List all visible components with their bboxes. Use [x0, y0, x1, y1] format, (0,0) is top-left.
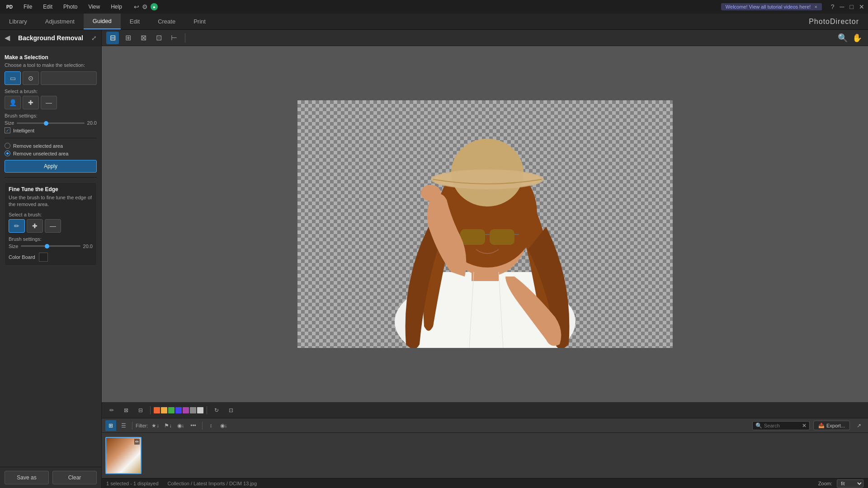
rotate-icon[interactable]: ↻	[210, 404, 223, 417]
brush-settings-label: Brush settings:	[5, 113, 97, 118]
menu-photo[interactable]: Photo	[61, 3, 80, 11]
menu-help[interactable]: Help	[108, 3, 125, 11]
color-gray[interactable]	[190, 407, 196, 413]
stamp-icon[interactable]: ⊟	[134, 404, 147, 417]
update-badge[interactable]: ●	[151, 3, 158, 10]
crop-icon[interactable]: ⊡	[225, 404, 237, 417]
remove-selected-radio-row[interactable]: Remove selected area	[5, 143, 97, 149]
fine-tune-brush-normal[interactable]: ✏	[9, 219, 25, 233]
toolbar-strip: ⊟ ⊞ ⊠ ⊡ ⊢ 🔍 ✋	[102, 30, 868, 46]
search-clear-icon[interactable]: ✕	[802, 422, 807, 429]
brush-add-tool[interactable]: ✚	[23, 96, 39, 109]
bottom-toolbar-icons: ⊞ ☰ Filter: ★↓ ⚑↓ ◉↓ ••• ↕ ◉↓ 🔍 ✕ 📤 Expo…	[102, 418, 868, 433]
view-grid-btn[interactable]: ⊠	[137, 32, 150, 44]
lasso-select-tool[interactable]: ⊙	[23, 71, 39, 85]
color-green[interactable]	[168, 407, 175, 413]
select-brush-label: Select a brush:	[5, 89, 97, 94]
notification-banner: Welcome! View all tutorial videos here! …	[721, 3, 822, 10]
brush-size-slider[interactable]	[17, 122, 84, 124]
color-light[interactable]	[197, 407, 203, 413]
menu-edit[interactable]: Edit	[40, 3, 55, 11]
panel-title: Background Removal	[18, 34, 83, 42]
zoom-select[interactable]: fit 25% 50% 100% 200%	[837, 479, 863, 488]
minimize-icon[interactable]: ─	[840, 3, 844, 10]
grid-view-btn[interactable]: ⊞	[105, 420, 116, 431]
view-single-btn[interactable]: ⊟	[106, 32, 119, 44]
color-blue[interactable]	[175, 407, 182, 413]
brush-size-label: Size	[5, 120, 14, 126]
search-input[interactable]	[764, 423, 800, 428]
help-icon[interactable]: ?	[831, 3, 835, 10]
nav-tabs: Library Adjustment Guided Edit Create Pr…	[0, 14, 868, 30]
brush-size-row: Size 20.0	[5, 120, 97, 126]
zoom-in-icon[interactable]: 🔍	[836, 32, 849, 44]
maximize-icon[interactable]: □	[850, 3, 854, 10]
fine-tune-size-label: Size	[9, 244, 18, 249]
clear-button[interactable]: Clear	[52, 471, 97, 484]
apply-button[interactable]: Apply	[5, 160, 97, 173]
remove-unselected-label: Remove unselected area	[13, 151, 68, 156]
thumbnail-item-1[interactable]: ✏	[105, 437, 142, 474]
close-icon[interactable]: ✕	[859, 3, 864, 10]
bf-sep-2	[207, 406, 207, 414]
intelligent-checkbox-row[interactable]: Intelligent	[5, 127, 97, 133]
fine-tune-size-value: 20.0	[83, 244, 93, 249]
brush-normal-tool[interactable]: 👤	[5, 96, 21, 109]
color-orange[interactable]	[161, 407, 167, 413]
remove-unselected-radio[interactable]	[5, 150, 10, 156]
panel-back-button[interactable]: ◀	[5, 33, 10, 42]
sort-btn[interactable]: ↕	[206, 420, 217, 431]
color-red[interactable]	[154, 407, 160, 413]
draw-icon[interactable]: ✏	[105, 404, 118, 417]
tab-print[interactable]: Print	[184, 14, 215, 29]
filter-color-btn[interactable]: ◉↓	[175, 420, 186, 431]
tab-adjustment[interactable]: Adjustment	[36, 14, 84, 29]
fine-tune-brush-add[interactable]: ✚	[27, 219, 43, 233]
fine-tune-size-handle[interactable]	[45, 244, 49, 249]
export-label: Export...	[826, 423, 845, 428]
erase-icon[interactable]: ⊠	[120, 404, 132, 417]
filter-label: Filter:	[136, 423, 148, 428]
svg-point-7	[431, 169, 544, 189]
color-board-swatch[interactable]	[39, 253, 48, 262]
search-box: 🔍 ✕	[752, 421, 810, 430]
menu-view[interactable]: View	[85, 3, 103, 11]
filter-more-btn[interactable]: •••	[188, 420, 199, 431]
canvas-area[interactable]	[102, 46, 868, 402]
brush-size-handle[interactable]	[44, 121, 48, 126]
view-compare-btn[interactable]: ⊞	[122, 32, 134, 44]
list-view-btn[interactable]: ☰	[118, 420, 129, 431]
svg-rect-9	[490, 229, 514, 245]
remove-selected-radio[interactable]	[5, 143, 10, 149]
menu-file[interactable]: File	[21, 3, 35, 11]
magic-select-tool[interactable]	[41, 71, 97, 85]
display-btn[interactable]: ◉↓	[218, 420, 229, 431]
share-icon[interactable]: ↗	[854, 420, 864, 431]
undo-icon[interactable]: ↩	[134, 3, 139, 10]
panel-export-button[interactable]: ⤢	[91, 34, 97, 42]
divider-1	[5, 138, 97, 138]
tab-guided[interactable]: Guided	[84, 14, 121, 29]
view-options-btn[interactable]: ⊢	[168, 32, 180, 44]
rectangle-select-tool[interactable]: ▭	[5, 71, 21, 85]
fine-tune-size-slider[interactable]	[21, 245, 80, 247]
tab-edit[interactable]: Edit	[121, 14, 149, 29]
view-split-btn[interactable]: ⊡	[152, 32, 165, 44]
save-as-button[interactable]: Save as	[5, 471, 49, 484]
intelligent-checkbox[interactable]	[5, 127, 10, 133]
brush-subtract-tool[interactable]: —	[41, 96, 57, 109]
fine-tune-brush-subtract[interactable]: —	[45, 219, 61, 233]
tab-create[interactable]: Create	[149, 14, 184, 29]
filter-flag-btn[interactable]: ⚑↓	[163, 420, 174, 431]
search-icon: 🔍	[755, 422, 762, 429]
filter-star-btn[interactable]: ★↓	[150, 420, 161, 431]
notification-close[interactable]: ×	[814, 4, 817, 9]
hand-tool-icon[interactable]: ✋	[851, 32, 863, 44]
tab-library[interactable]: Library	[0, 14, 36, 29]
choose-tool-label: Choose a tool to make the selection:	[5, 62, 97, 68]
export-button[interactable]: 📤 Export...	[813, 421, 850, 430]
color-purple[interactable]	[183, 407, 189, 413]
remove-unselected-radio-row[interactable]: Remove unselected area	[5, 150, 97, 156]
settings-icon[interactable]: ⚙	[142, 3, 148, 10]
status-bar: 1 selected - 1 displayed Collection / La…	[102, 478, 868, 488]
